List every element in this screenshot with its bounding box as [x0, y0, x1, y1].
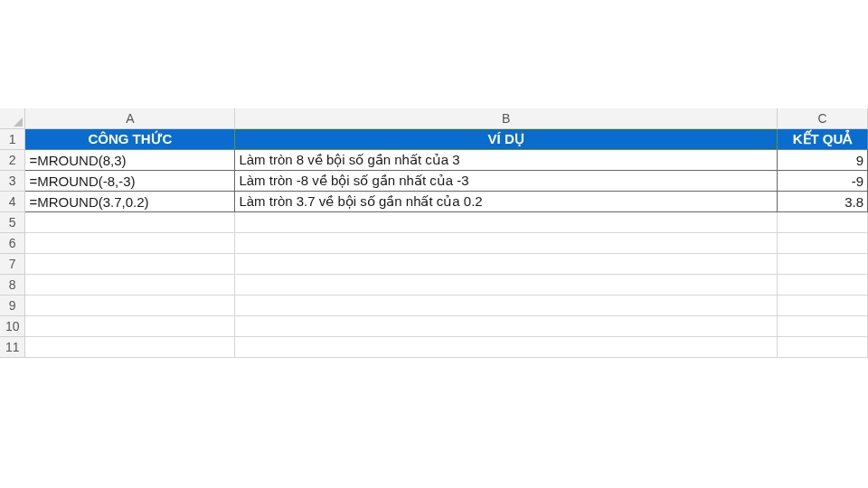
- row-header-1[interactable]: 1: [0, 129, 25, 150]
- cell-B10[interactable]: [235, 316, 778, 337]
- cell-C2[interactable]: 9: [778, 150, 868, 171]
- grid[interactable]: A B C 1 CÔNG THỨC VÍ DỤ KẾT QUẢ 2 =MROUN…: [0, 108, 868, 358]
- table-row: 9: [0, 296, 868, 316]
- cell-A7[interactable]: [25, 254, 235, 275]
- table-row: 5: [0, 212, 868, 233]
- select-all-corner[interactable]: [0, 108, 25, 129]
- column-header-row: A B C: [0, 108, 868, 129]
- cell-A5[interactable]: [25, 212, 235, 233]
- cell-C4[interactable]: 3.8: [778, 192, 868, 212]
- table-row: 10: [0, 316, 868, 337]
- cell-B5[interactable]: [235, 212, 778, 233]
- cell-B11[interactable]: [235, 337, 778, 358]
- cell-C9[interactable]: [778, 296, 868, 316]
- table-row: 8: [0, 275, 868, 296]
- cell-C1[interactable]: KẾT QUẢ: [778, 129, 868, 150]
- cell-A4[interactable]: =MROUND(3.7,0.2): [25, 192, 235, 212]
- cell-B1[interactable]: VÍ DỤ: [235, 129, 778, 150]
- cell-B4[interactable]: Làm tròn 3.7 về bội số gần nhất của 0.2: [235, 192, 778, 212]
- cell-C3[interactable]: -9: [778, 171, 868, 192]
- cell-B6[interactable]: [235, 233, 778, 254]
- cell-B3[interactable]: Làm tròn -8 về bội số gần nhất của -3: [235, 171, 778, 192]
- row-header-9[interactable]: 9: [0, 296, 25, 316]
- table-row: 11: [0, 337, 868, 358]
- row-header-6[interactable]: 6: [0, 233, 25, 254]
- table-row: 4 =MROUND(3.7,0.2) Làm tròn 3.7 về bội s…: [0, 192, 868, 212]
- table-row: 3 =MROUND(-8,-3) Làm tròn -8 về bội số g…: [0, 171, 868, 192]
- col-header-B[interactable]: B: [235, 108, 778, 129]
- col-header-C[interactable]: C: [778, 108, 868, 129]
- table-row: 6: [0, 233, 868, 254]
- row-header-7[interactable]: 7: [0, 254, 25, 275]
- cell-C8[interactable]: [778, 275, 868, 296]
- cell-C7[interactable]: [778, 254, 868, 275]
- cell-B8[interactable]: [235, 275, 778, 296]
- cell-A6[interactable]: [25, 233, 235, 254]
- spreadsheet: A B C 1 CÔNG THỨC VÍ DỤ KẾT QUẢ 2 =MROUN…: [0, 0, 868, 358]
- cell-A1[interactable]: CÔNG THỨC: [25, 129, 235, 150]
- cell-A9[interactable]: [25, 296, 235, 316]
- table-row: 2 =MROUND(8,3) Làm tròn 8 về bội số gần …: [0, 150, 868, 171]
- row-header-8[interactable]: 8: [0, 275, 25, 296]
- cell-A10[interactable]: [25, 316, 235, 337]
- cell-C11[interactable]: [778, 337, 868, 358]
- row-header-2[interactable]: 2: [0, 150, 25, 171]
- cell-C6[interactable]: [778, 233, 868, 254]
- cell-C10[interactable]: [778, 316, 868, 337]
- col-header-A[interactable]: A: [25, 108, 235, 129]
- cell-A3[interactable]: =MROUND(-8,-3): [25, 171, 235, 192]
- row-header-5[interactable]: 5: [0, 212, 25, 233]
- cell-A8[interactable]: [25, 275, 235, 296]
- row-header-11[interactable]: 11: [0, 337, 25, 358]
- cell-B2[interactable]: Làm tròn 8 về bội số gần nhất của 3: [235, 150, 778, 171]
- row-header-4[interactable]: 4: [0, 192, 25, 212]
- cell-A11[interactable]: [25, 337, 235, 358]
- cell-A2[interactable]: =MROUND(8,3): [25, 150, 235, 171]
- cell-C5[interactable]: [778, 212, 868, 233]
- cell-B9[interactable]: [235, 296, 778, 316]
- cell-B7[interactable]: [235, 254, 778, 275]
- row-header-3[interactable]: 3: [0, 171, 25, 192]
- table-row: 7: [0, 254, 868, 275]
- row-header-10[interactable]: 10: [0, 316, 25, 337]
- table-row: 1 CÔNG THỨC VÍ DỤ KẾT QUẢ: [0, 129, 868, 150]
